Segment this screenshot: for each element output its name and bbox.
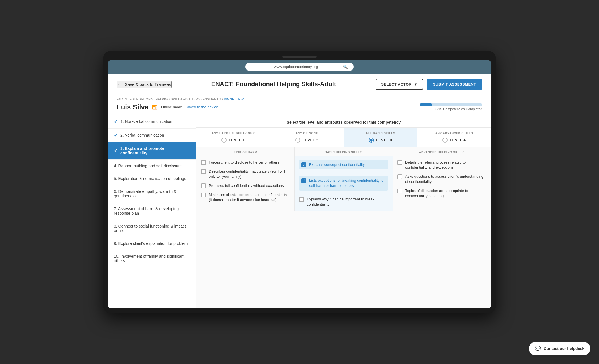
level4-label: LEVEL 4 bbox=[450, 138, 466, 142]
submit-assessment-button[interactable]: SUBMIT ASSESSMENT bbox=[427, 79, 482, 90]
skill-text-adv-1: Details the referral process related to … bbox=[405, 160, 486, 170]
skill-item-adv-3: Topics of discussion are appropriate to … bbox=[397, 188, 486, 198]
main-content: ✓ 1. Non-verbal communication ✓ 2. Verba… bbox=[108, 115, 491, 308]
skill-checkbox-2[interactable] bbox=[201, 169, 206, 174]
level-col-2: ANY OR NONE LEVEL 2 bbox=[270, 128, 344, 147]
sidebar-item-2[interactable]: ✓ 2. Verbal communication bbox=[108, 129, 196, 142]
skill-item-1: Forces client to disclose to helper or o… bbox=[201, 160, 290, 165]
level2-radio[interactable] bbox=[295, 138, 300, 143]
device-notch bbox=[108, 56, 491, 58]
back-label: Save & back to Trainees bbox=[125, 82, 171, 87]
skill-text-basic-2: Lists exceptions for breaking confidenti… bbox=[309, 178, 386, 188]
skill-cat-basic: BASIC HELPING SKILLS bbox=[295, 147, 393, 156]
skill-text-adv-3: Topics of discussion are appropriate to … bbox=[405, 188, 486, 198]
skill-cat-risk: RISK OF HARM bbox=[196, 147, 294, 156]
select-actor-label: SELECT ACTOR bbox=[381, 82, 411, 86]
progress-bar-container bbox=[420, 103, 482, 106]
skill-item-4: Minimises client's concerns about confid… bbox=[201, 192, 290, 202]
level1-label: LEVEL 1 bbox=[229, 138, 245, 142]
level2-label: LEVEL 2 bbox=[303, 138, 319, 142]
device-frame: www.equipcompetency.org 🔍 ← Save & back … bbox=[103, 51, 496, 313]
level-category-1: ANY HARMFUL BEHAVIOUR bbox=[201, 132, 265, 135]
level-col-1: ANY HARMFUL BEHAVIOUR LEVEL 1 bbox=[196, 128, 270, 147]
skill-item-2: Describes confidentiality inaccurately (… bbox=[201, 169, 290, 179]
skill-col-risk: RISK OF HARM Forces client to disclose t… bbox=[196, 147, 295, 211]
url-bar[interactable]: www.equipcompetency.org 🔍 bbox=[245, 63, 354, 71]
back-button[interactable]: ← Save & back to Trainees bbox=[117, 81, 172, 88]
saved-to-device-link[interactable]: Saved to the device bbox=[186, 105, 218, 109]
notch-bar bbox=[282, 56, 317, 58]
skill-checkbox-4[interactable] bbox=[201, 193, 206, 197]
vignette-link[interactable]: VIGNETTE #1 bbox=[224, 98, 245, 101]
content-area: Select the level and attributes observed… bbox=[196, 115, 491, 308]
breadcrumb: ENACT: FOUNDATIONAL HELPING SKILLS-ADULT… bbox=[117, 98, 482, 101]
page-title: ENACT: Foundational Helping Skills-Adult bbox=[211, 80, 336, 88]
check-icon-2: ✓ bbox=[114, 133, 118, 138]
skill-checkbox-adv-1[interactable] bbox=[397, 160, 402, 165]
skill-item-basic-3: Explains why it can be important to brea… bbox=[299, 197, 388, 207]
sidebar-item-3[interactable]: ✓ 3. Explain and promote confidentiality bbox=[108, 142, 196, 160]
level-radio-row-1: LEVEL 1 bbox=[201, 138, 265, 143]
top-actions: SELECT ACTOR ▼ SUBMIT ASSESSMENT bbox=[376, 79, 482, 90]
sidebar-item-4[interactable]: 4. Rapport building and self-disclosure bbox=[108, 160, 196, 172]
level-radio-row-3: LEVEL 3 bbox=[348, 138, 413, 143]
skill-col-basic: BASIC HELPING SKILLS Explains concept of… bbox=[295, 147, 393, 211]
helpdesk-button[interactable]: 💬 Contact our helpdesk bbox=[529, 342, 590, 355]
trainee-left: Luis Silva 📶 Online mode Saved to the de… bbox=[117, 103, 218, 111]
sidebar-item-7[interactable]: 7. Assessment of harm & developing respo… bbox=[108, 202, 196, 220]
sidebar-item-8[interactable]: 8. Connect to social functioning & impac… bbox=[108, 220, 196, 237]
progress-bar-fill bbox=[420, 103, 432, 106]
level1-radio[interactable] bbox=[221, 138, 227, 143]
level-col-4: ANY ADVANCED SKILLS LEVEL 4 bbox=[417, 128, 491, 147]
search-icon: 🔍 bbox=[343, 65, 348, 69]
level-radio-row-4: LEVEL 4 bbox=[422, 138, 486, 143]
online-mode-badge: Online mode bbox=[161, 105, 182, 109]
skill-checkbox-basic-3[interactable] bbox=[299, 197, 304, 202]
app-content: ← Save & back to Trainees ENACT: Foundat… bbox=[108, 74, 491, 308]
dropdown-icon: ▼ bbox=[414, 82, 418, 86]
level-col-3: ALL BASIC SKILLS LEVEL 3 bbox=[344, 128, 418, 147]
skill-text-basic-1: Explains concept of confidentiality bbox=[309, 162, 365, 167]
level4-radio[interactable] bbox=[442, 138, 448, 143]
progress-text: 3/15 Competencies Completed bbox=[420, 107, 482, 111]
sidebar: ✓ 1. Non-verbal communication ✓ 2. Verba… bbox=[108, 115, 196, 308]
select-actor-button[interactable]: SELECT ACTOR ▼ bbox=[376, 79, 423, 90]
skill-checkbox-basic-1[interactable] bbox=[301, 162, 306, 167]
level3-radio[interactable] bbox=[369, 138, 374, 143]
breadcrumb-bar: ENACT: FOUNDATIONAL HELPING SKILLS-ADULT… bbox=[108, 95, 491, 115]
level-category-3: ALL BASIC SKILLS bbox=[348, 132, 413, 135]
skill-checkbox-1[interactable] bbox=[201, 160, 206, 165]
sidebar-item-6[interactable]: 6. Demonstrate empathy, warmth & genuine… bbox=[108, 185, 196, 202]
skill-checkbox-adv-3[interactable] bbox=[397, 189, 402, 193]
skill-item-3: Promises full confidentially without exc… bbox=[201, 183, 290, 188]
sidebar-item-5[interactable]: 5. Exploration & normalisation of feelin… bbox=[108, 172, 196, 185]
sidebar-item-10[interactable]: 10. Involvement of family and significan… bbox=[108, 250, 196, 267]
level-category-2: ANY OR NONE bbox=[275, 132, 339, 135]
helpdesk-label: Contact our helpdesk bbox=[544, 346, 584, 351]
skills-row: RISK OF HARM Forces client to disclose t… bbox=[196, 147, 491, 212]
top-bar: ← Save & back to Trainees ENACT: Foundat… bbox=[108, 74, 491, 95]
skill-text-adv-2: Asks questions to assess client's unders… bbox=[405, 174, 486, 184]
skill-text-1: Forces client to disclose to helper or o… bbox=[209, 160, 279, 165]
skill-item-adv-2: Asks questions to assess client's unders… bbox=[397, 174, 486, 184]
skill-cat-advanced: ADVANCED HELPING SKILLS bbox=[393, 147, 491, 156]
level-category-4: ANY ADVANCED SKILLS bbox=[422, 132, 486, 135]
browser-chrome: www.equipcompetency.org 🔍 bbox=[108, 60, 491, 74]
level3-label: LEVEL 3 bbox=[376, 138, 392, 142]
trainee-name: Luis Silva bbox=[117, 103, 149, 111]
skill-text-2: Describes confidentiality inaccurately (… bbox=[209, 169, 290, 179]
levels-row: ANY HARMFUL BEHAVIOUR LEVEL 1 ANY OR NON… bbox=[196, 128, 491, 147]
skill-checkbox-3[interactable] bbox=[201, 183, 206, 188]
skill-text-4: Minimises client's concerns about confid… bbox=[209, 192, 290, 202]
wifi-icon: 📶 bbox=[152, 104, 158, 110]
sidebar-item-9[interactable]: 9. Explore client's explanation for prob… bbox=[108, 237, 196, 250]
skill-checkbox-adv-2[interactable] bbox=[397, 174, 402, 179]
check-icon-3: ✓ bbox=[114, 148, 118, 153]
sidebar-item-1[interactable]: ✓ 1. Non-verbal communication bbox=[108, 115, 196, 129]
trainee-info: Luis Silva 📶 Online mode Saved to the de… bbox=[117, 101, 482, 115]
skill-item-adv-1: Details the referral process related to … bbox=[397, 160, 486, 170]
back-arrow-icon: ← bbox=[117, 81, 122, 87]
progress-area: 3/15 Competencies Completed bbox=[420, 103, 482, 111]
chat-icon: 💬 bbox=[535, 346, 541, 352]
skill-checkbox-basic-2[interactable] bbox=[301, 178, 306, 183]
